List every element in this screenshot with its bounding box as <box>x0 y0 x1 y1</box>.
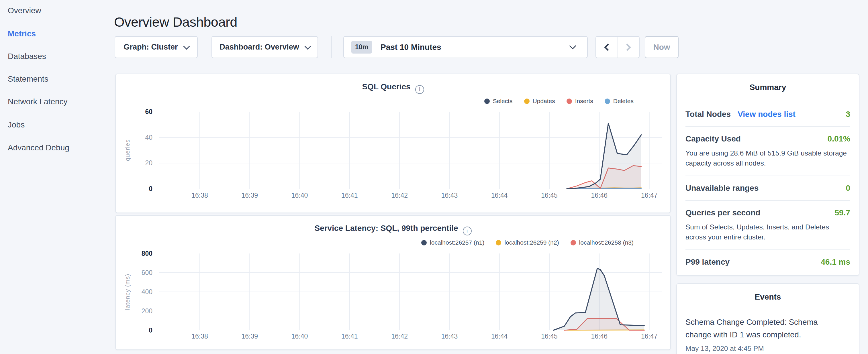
svg-text:latency (ms): latency (ms) <box>124 274 131 310</box>
sidebar-item-overview[interactable]: Overview <box>8 6 41 15</box>
svg-text:16:42: 16:42 <box>391 192 408 199</box>
svg-text:200: 200 <box>142 307 152 315</box>
summary-row-total-nodes: Total Nodes View nodes list 3 <box>685 102 850 127</box>
dashboard-dropdown[interactable]: Dashboard: Overview <box>212 36 318 58</box>
summary-row-value: 46.1 ms <box>821 257 850 267</box>
sidebar-item-jobs[interactable]: Jobs <box>8 120 25 129</box>
svg-text:400: 400 <box>142 288 152 296</box>
sql-queries-chart-card: SQL Queriesi SelectsUpdatesInsertsDelete… <box>115 74 671 213</box>
svg-text:16:38: 16:38 <box>191 192 208 199</box>
svg-text:16:43: 16:43 <box>441 332 458 340</box>
service-latency-chart-canvas: 16:3816:3916:4016:4116:4216:4316:4416:45… <box>116 216 670 349</box>
sidebar-item-statements[interactable]: Statements <box>8 74 49 84</box>
chevron-down-icon <box>183 43 190 50</box>
service-latency-chart-card: Service Latency: SQL, 99th percentilei l… <box>115 215 671 350</box>
chevron-right-icon <box>624 43 631 51</box>
summary-row-capacity-used: Capacity Used 0.01% You are using 28.6 M… <box>685 127 850 176</box>
summary-row-label: Capacity Used <box>685 134 741 143</box>
svg-text:16:43: 16:43 <box>441 192 458 199</box>
svg-text:16:40: 16:40 <box>291 332 308 340</box>
cluster-summary-panel: Summary Total Nodes View nodes list 3 Ca… <box>676 74 859 276</box>
dashboard-dropdown-label: Dashboard: Overview <box>219 43 299 52</box>
summary-row-value: 3 <box>846 110 850 119</box>
summary-row-label: P99 latency <box>685 257 730 267</box>
admin-ui-root: Overview Metrics Databases Statements Ne… <box>0 0 868 354</box>
sidebar-item-databases[interactable]: Databases <box>8 52 46 61</box>
summary-panel-title: Summary <box>685 83 850 92</box>
graph-scope-dropdown[interactable]: Graph: Cluster <box>115 36 198 58</box>
svg-text:60: 60 <box>145 108 152 116</box>
summary-row-queries-per-second: Queries per second 59.7 Sum of Selects, … <box>685 201 850 250</box>
sidebar-item-network-latency[interactable]: Network Latency <box>8 97 68 106</box>
now-button[interactable]: Now <box>645 36 679 58</box>
svg-text:40: 40 <box>145 134 152 141</box>
svg-text:16:45: 16:45 <box>541 192 558 199</box>
svg-text:16:42: 16:42 <box>391 332 408 340</box>
summary-row-description: Sum of Selects, Updates, Inserts, and De… <box>685 222 850 242</box>
graph-scope-dropdown-label: Graph: Cluster <box>124 43 178 52</box>
svg-text:0: 0 <box>149 185 152 192</box>
summary-row-label: Queries per second <box>685 208 760 217</box>
summary-row-label: Total Nodes <box>685 110 731 119</box>
svg-text:16:39: 16:39 <box>242 332 258 340</box>
svg-text:16:47: 16:47 <box>641 192 658 199</box>
summary-row-description: You are using 28.6 MiB of 515.9 GiB usab… <box>685 148 850 168</box>
view-nodes-list-link[interactable]: View nodes list <box>738 110 796 119</box>
summary-row-p99-latency: P99 latency 46.1 ms <box>685 250 850 274</box>
svg-text:16:38: 16:38 <box>191 332 208 340</box>
toolbar-divider <box>331 36 332 58</box>
time-shift-forward-button[interactable] <box>618 37 639 58</box>
summary-rows: Total Nodes View nodes list 3 Capacity U… <box>685 102 850 274</box>
svg-text:16:47: 16:47 <box>641 332 658 340</box>
svg-text:16:45: 16:45 <box>541 332 558 340</box>
chevron-down-icon <box>304 43 311 50</box>
time-range-dropdown[interactable]: 10m Past 10 Minutes <box>343 36 588 58</box>
chevron-left-icon <box>604 43 612 51</box>
summary-row-value: 0.01% <box>828 134 850 143</box>
svg-text:16:41: 16:41 <box>341 332 358 340</box>
sidebar-item-advanced-debug[interactable]: Advanced Debug <box>8 143 69 152</box>
summary-row-value: 59.7 <box>835 208 850 217</box>
summary-row-unavailable-ranges: Unavailable ranges 0 <box>685 176 850 201</box>
time-range-label: Past 10 Minutes <box>380 43 441 52</box>
event-message[interactable]: Schema Change Completed: Schema change w… <box>685 316 832 341</box>
event-timestamp: May 13, 2020 at 4:45 PM <box>685 345 850 353</box>
svg-text:16:40: 16:40 <box>291 192 308 199</box>
svg-text:800: 800 <box>142 250 152 257</box>
events-panel: Events Schema Change Completed: Schema c… <box>676 283 859 354</box>
svg-text:16:44: 16:44 <box>491 192 508 199</box>
events-panel-title: Events <box>685 292 850 301</box>
time-shift-button-group <box>595 36 640 58</box>
time-shift-back-button[interactable] <box>596 37 618 58</box>
svg-text:0: 0 <box>149 326 152 334</box>
svg-text:20: 20 <box>145 159 152 167</box>
summary-row-value: 0 <box>846 184 850 193</box>
svg-text:16:44: 16:44 <box>491 332 508 340</box>
page-title: Overview Dashboard <box>114 14 237 30</box>
time-range-badge: 10m <box>351 41 372 54</box>
svg-text:16:46: 16:46 <box>591 192 608 199</box>
chevron-down-icon <box>569 42 576 49</box>
sql-queries-chart-canvas: 16:3816:3916:4016:4116:4216:4316:4416:45… <box>116 74 670 213</box>
svg-text:600: 600 <box>142 269 152 277</box>
svg-text:queries: queries <box>124 139 131 161</box>
svg-text:16:41: 16:41 <box>341 192 358 199</box>
svg-text:16:39: 16:39 <box>242 192 258 199</box>
svg-text:16:46: 16:46 <box>591 332 608 340</box>
sidebar-item-metrics[interactable]: Metrics <box>8 29 36 38</box>
summary-row-label: Unavailable ranges <box>685 184 758 193</box>
